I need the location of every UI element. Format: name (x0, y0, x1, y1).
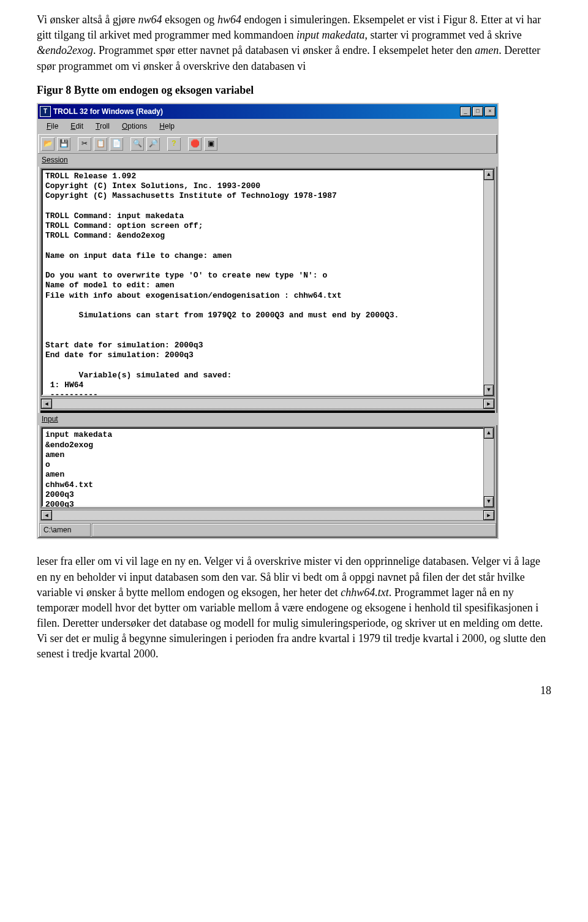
menu-file[interactable]: File (40, 120, 64, 133)
session-console[interactable]: TROLL Release 1.092 Copyright (C) Intex … (42, 169, 483, 396)
search-next-icon[interactable]: 🔎 (146, 137, 160, 151)
title-bar[interactable]: T TROLL 32 for Windows (Ready) _ □ × (38, 104, 497, 119)
input-hscrollbar[interactable]: ◄ ► (40, 510, 495, 521)
status-bar: C:\amen (38, 522, 497, 538)
toolbar: 📂 💾 ✂ 📋 📄 🔍 🔎 ? 🛑 ▣ (38, 134, 497, 154)
paste-icon[interactable]: 📄 (109, 137, 124, 151)
save-icon[interactable]: 💾 (56, 137, 71, 151)
session-pane-label: Session (38, 154, 497, 167)
close-button[interactable]: × (484, 107, 496, 116)
session-hscrollbar[interactable]: ◄ ► (40, 398, 495, 409)
scroll-down-icon[interactable]: ▼ (484, 385, 494, 396)
open-icon[interactable]: 📂 (40, 137, 55, 151)
app-icon: T (40, 106, 51, 117)
menu-troll[interactable]: Troll (89, 120, 116, 133)
scroll-left-icon[interactable]: ◄ (41, 399, 52, 409)
window-title: TROLL 32 for Windows (Ready) (53, 107, 459, 117)
menu-options[interactable]: Options (116, 120, 153, 133)
figure-8-heading: Figur 8 Bytte om endogen og eksogen vari… (37, 83, 551, 98)
status-empty (92, 523, 496, 537)
maximize-button[interactable]: □ (472, 107, 483, 116)
input-console[interactable]: input makedata &endo2exog amen o amen ch… (42, 428, 483, 507)
page-number: 18 (0, 683, 588, 698)
scroll-up-icon[interactable]: ▲ (484, 428, 494, 439)
cut-icon[interactable]: ✂ (77, 137, 92, 151)
help-icon[interactable]: ? (167, 137, 181, 151)
troll-window: T TROLL 32 for Windows (Ready) _ □ × Fil… (37, 103, 499, 539)
menu-edit[interactable]: Edit (64, 120, 89, 133)
input-vscrollbar[interactable]: ▲ ▼ (483, 428, 494, 507)
stop-icon[interactable]: 🛑 (187, 137, 202, 151)
scroll-down-icon[interactable]: ▼ (484, 496, 494, 507)
scroll-left-icon[interactable]: ◄ (41, 510, 52, 520)
menu-help[interactable]: Help (153, 120, 181, 133)
input-pane-label: Input (38, 413, 497, 426)
paragraph-2: leser fra eller om vi vil lage en ny en.… (37, 554, 551, 662)
paragraph-1: Vi ønsker altså å gjøre nw64 eksogen og … (37, 12, 551, 74)
status-path: C:\amen (39, 523, 91, 537)
session-pane: TROLL Release 1.092 Copyright (C) Intex … (40, 168, 495, 397)
search-icon[interactable]: 🔍 (130, 137, 145, 151)
app-tool-icon[interactable]: ▣ (203, 137, 218, 151)
scroll-right-icon[interactable]: ► (483, 510, 494, 520)
scroll-up-icon[interactable]: ▲ (484, 169, 494, 180)
copy-icon[interactable]: 📋 (93, 137, 108, 151)
scroll-right-icon[interactable]: ► (483, 399, 494, 409)
minimize-button[interactable]: _ (460, 107, 471, 116)
session-vscrollbar[interactable]: ▲ ▼ (483, 169, 494, 396)
menu-bar: File Edit Troll Options Help (38, 119, 497, 134)
input-pane: input makedata &endo2exog amen o amen ch… (40, 426, 495, 508)
